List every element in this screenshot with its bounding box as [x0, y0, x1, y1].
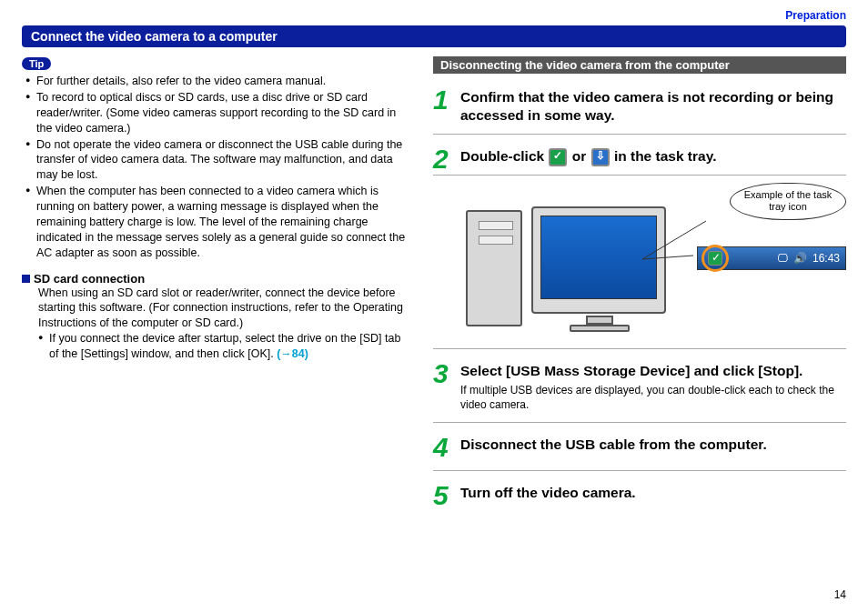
monitor-base: [570, 325, 630, 332]
tip-bullet: To record to optical discs or SD cards, …: [25, 90, 413, 136]
page-title-bar: Connect the video camera to a computer: [22, 25, 846, 47]
step-title: Disconnect the USB cable from the comput…: [460, 436, 846, 454]
sd-sub-list: If you connect the device after startup,…: [22, 331, 413, 362]
step-5: 5 Turn off the video camera.: [433, 477, 846, 518]
step2-post: in the task tray.: [614, 148, 717, 164]
sd-heading-text: SD card connection: [34, 272, 145, 286]
step2-pre: Double-click: [460, 148, 548, 164]
taskbar-time: 16:43: [812, 252, 840, 265]
tip-bullet-list: For further details, also refer to the v…: [22, 74, 413, 261]
safely-remove-green-icon: [549, 148, 567, 166]
pc-tower-icon: [466, 210, 522, 326]
tip-bullet: For further details, also refer to the v…: [25, 74, 413, 89]
illustration: Example of the task tray icon 🖵 🔊 16:43: [433, 183, 846, 337]
sd-heading: SD card connection: [22, 272, 413, 286]
step-number: 4: [433, 434, 453, 461]
svg-line-1: [642, 256, 693, 259]
monitor-screen: [540, 216, 657, 299]
step-number: 2: [433, 145, 453, 173]
taskbar-example: 🖵 🔊 16:43: [697, 246, 846, 270]
safely-remove-blue-icon: [591, 148, 610, 166]
tip-badge: Tip: [22, 57, 51, 70]
step-title: Select [USB Mass Storage Device] and cli…: [460, 362, 846, 380]
content-columns: Tip For further details, also refer to t…: [22, 56, 846, 524]
sd-sub-bullet: If you connect the device after startup,…: [38, 331, 413, 362]
left-column: Tip For further details, also refer to t…: [22, 56, 413, 524]
sd-sub-text: If you connect the device after startup,…: [49, 332, 400, 360]
step-body: Select [USB Mass Storage Device] and cli…: [460, 360, 846, 412]
page-number: 14: [834, 588, 846, 601]
step-body: Disconnect the USB cable from the comput…: [460, 434, 846, 454]
step-body: Confirm that the video camera is not rec…: [460, 86, 846, 125]
page-link-84[interactable]: (→84): [277, 347, 308, 360]
step-4: 4 Disconnect the USB cable from the comp…: [433, 428, 846, 471]
monitor-stand: [586, 316, 613, 325]
step-title: Confirm that the video camera is not rec…: [460, 88, 846, 125]
step-number: 1: [433, 86, 453, 114]
step-2: 2 Double-click or in the task tray.: [433, 140, 846, 176]
step-number: 5: [433, 482, 453, 509]
step-1: 1 Confirm that the video camera is not r…: [433, 81, 846, 135]
step-body: Turn off the video camera.: [460, 482, 846, 502]
step-note: If multiple USB devices are displayed, y…: [460, 384, 846, 412]
section-title: Disconnecting the video camera from the …: [433, 56, 846, 74]
tray-display-icon: 🖵: [777, 252, 788, 265]
step-title: Double-click or in the task tray.: [460, 147, 846, 166]
step2-mid: or: [572, 148, 590, 164]
square-bullet-icon: [22, 275, 30, 283]
step-3: 3 Select [USB Mass Storage Device] and c…: [433, 355, 846, 422]
step-title: Turn off the video camera.: [460, 484, 846, 502]
tray-volume-icon: 🔊: [793, 252, 807, 265]
tip-bullet: When the computer has been connected to …: [25, 184, 413, 260]
sd-body: When using an SD card slot or reader/wri…: [22, 286, 413, 332]
tray-safely-remove-icon: [708, 251, 722, 266]
breadcrumb[interactable]: Preparation: [22, 9, 846, 22]
callout-bubble: Example of the task tray icon: [730, 183, 846, 219]
step-number: 3: [433, 360, 453, 387]
step-body: Double-click or in the task tray.: [460, 145, 846, 166]
tip-bullet: Do not operate the video camera or disco…: [25, 137, 413, 184]
right-column: Disconnecting the video camera from the …: [433, 56, 846, 524]
